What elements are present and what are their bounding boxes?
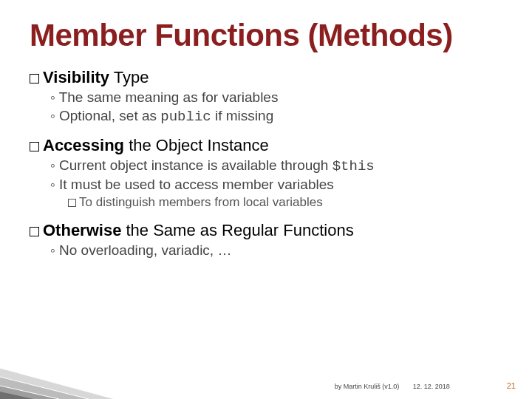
heading-rest: the Same as Regular Functions — [121, 221, 353, 239]
bullet-box-icon — [30, 227, 39, 236]
sub-bullet: ◦ Current object instance is available t… — [30, 157, 502, 176]
sub-sub-bullet: To distinguish members from local variab… — [30, 194, 502, 211]
sub-bullet: ◦ It must be used to access member varia… — [30, 176, 502, 194]
bullet-box-icon — [30, 74, 39, 83]
slide-body: Member Functions (Methods) Visibility Ty… — [0, 0, 532, 260]
section-heading: Otherwise the Same as Regular Functions — [30, 221, 502, 240]
section-heading: Accessing the Object Instance — [30, 136, 502, 155]
svg-line-5 — [0, 377, 89, 399]
section-accessing: Accessing the Object Instance ◦ Current … — [30, 136, 502, 210]
sub-bullet: ◦ Optional, set as public if missing — [30, 107, 502, 126]
sub-bullet: ◦ No overloading, variadic, … — [30, 242, 502, 260]
bullet-box-icon — [30, 142, 39, 151]
footer-date: 12. 12. 2018 — [413, 383, 450, 390]
heading-rest: the Object Instance — [124, 136, 269, 154]
code-inline: public — [160, 109, 211, 125]
footer-author: by Martin Kruliš (v1.0) — [335, 383, 400, 390]
section-heading: Visibility Type — [30, 68, 502, 87]
svg-line-6 — [0, 386, 59, 399]
svg-marker-3 — [0, 392, 33, 399]
heading-rest: Type — [109, 68, 149, 86]
section-visibility: Visibility Type ◦ The same meaning as fo… — [30, 68, 502, 126]
svg-marker-1 — [0, 377, 89, 399]
corner-decoration — [0, 355, 115, 399]
section-otherwise: Otherwise the Same as Regular Functions … — [30, 221, 502, 260]
heading-strong: Otherwise — [43, 221, 121, 239]
slide-footer: by Martin Kruliš (v1.0) 12. 12. 2018 21 — [323, 381, 516, 390]
heading-strong: Accessing — [43, 136, 124, 154]
bullet-box-small-icon — [68, 199, 76, 207]
sub-bullet: ◦ The same meaning as for variables — [30, 89, 502, 107]
heading-strong: Visibility — [43, 68, 109, 86]
slide-title: Member Functions (Methods) — [30, 18, 502, 53]
page-number: 21 — [507, 381, 516, 390]
svg-marker-0 — [0, 368, 115, 399]
svg-line-4 — [0, 368, 115, 399]
code-inline: $this — [332, 158, 375, 174]
svg-marker-2 — [0, 386, 59, 399]
